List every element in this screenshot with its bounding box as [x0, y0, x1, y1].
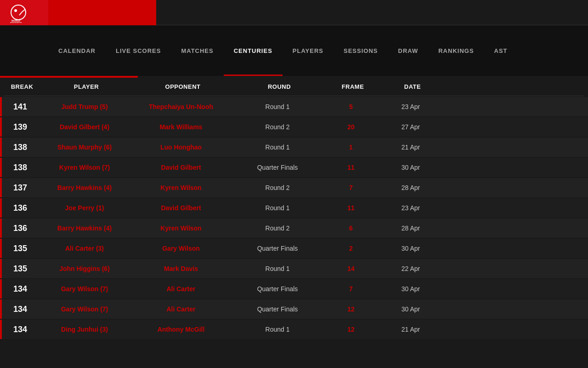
date-value: 30 Apr: [379, 301, 443, 317]
frame-value: 6: [323, 220, 379, 236]
date-value: 23 Apr: [379, 200, 443, 216]
frame-value: 5: [323, 98, 379, 115]
player-name[interactable]: Judd Trump (5): [39, 98, 130, 115]
break-value: 134: [2, 300, 39, 319]
break-value: 135: [2, 239, 39, 258]
opponent-name[interactable]: Thepchaiya Un-Nooh: [130, 98, 232, 115]
opponent-name[interactable]: Kyren Wilson: [130, 179, 232, 196]
nav-item-players[interactable]: PLAYERS: [283, 25, 334, 76]
table-body: 141Judd Trump (5)Thepchaiya Un-NoohRound…: [0, 97, 588, 339]
table-row: 137Barry Hawkins (4)Kyren WilsonRound 27…: [0, 178, 588, 197]
opponent-name[interactable]: Anthony McGill: [130, 321, 232, 338]
betfred-logo: [48, 0, 156, 25]
svg-text:SNOOKER: SNOOKER: [10, 22, 22, 23]
date-value: 30 Apr: [379, 240, 443, 257]
round-value: Round 1: [232, 260, 323, 277]
nav-item-live-scores[interactable]: LIVE SCORES: [106, 25, 171, 76]
frame-value: 14: [323, 260, 379, 277]
round-value: Quarter Finals: [232, 301, 323, 317]
table-row: 134Ding Junhui (3)Anthony McGillRound 11…: [0, 320, 588, 339]
date-value: 28 Apr: [379, 220, 443, 236]
table-row: 138Shaun Murphy (6)Luo HonghaoRound 1121…: [0, 138, 588, 157]
round-value: Round 2: [232, 220, 323, 236]
opponent-name[interactable]: David Gilbert: [130, 159, 232, 176]
break-value: 136: [2, 199, 39, 218]
opponent-name[interactable]: Ali Carter: [130, 281, 232, 297]
player-name[interactable]: John Higgins (6): [39, 260, 130, 277]
round-value: Round 1: [232, 321, 323, 338]
opponent-name[interactable]: Mark Williams: [130, 119, 232, 135]
player-name[interactable]: Gary Wilson (7): [39, 301, 130, 317]
opponent-name[interactable]: Kyren Wilson: [130, 220, 232, 236]
world-snooker-logo: WORLD SNOOKER: [0, 0, 48, 25]
player-name[interactable]: Barry Hawkins (4): [39, 179, 130, 196]
frame-value: 11: [323, 159, 379, 176]
table-header: BREAKPLAYEROPPONENTROUNDFRAMEDATE: [4, 78, 584, 96]
player-name[interactable]: Ding Junhui (3): [39, 321, 130, 338]
break-value: 134: [2, 320, 39, 339]
player-name[interactable]: Barry Hawkins (4): [39, 220, 130, 236]
table-row: 135Ali Carter (3)Gary WilsonQuarter Fina…: [0, 239, 588, 258]
opponent-name[interactable]: Ali Carter: [130, 301, 232, 317]
break-value: 138: [2, 138, 39, 157]
nav-item-ast[interactable]: AST: [484, 25, 518, 76]
break-value: 135: [2, 259, 39, 278]
break-value: 138: [2, 158, 39, 177]
opponent-name[interactable]: Mark Davis: [130, 260, 232, 277]
player-name[interactable]: David Gilbert (4): [39, 119, 130, 135]
frame-value: 12: [323, 301, 379, 317]
col-header-frame: FRAME: [325, 83, 380, 90]
round-value: Round 2: [232, 119, 323, 135]
break-value: 139: [2, 118, 39, 137]
centuries-table: BREAKPLAYEROPPONENTROUNDFRAMEDATE 141Jud…: [0, 78, 588, 339]
header: WORLD SNOOKER: [0, 0, 588, 25]
round-value: Quarter Finals: [232, 240, 323, 257]
date-value: 23 Apr: [379, 98, 443, 115]
player-name[interactable]: Joe Perry (1): [39, 200, 130, 216]
nav-item-draw[interactable]: DRAW: [388, 25, 429, 76]
date-value: 30 Apr: [379, 159, 443, 176]
svg-point-0: [11, 5, 26, 20]
date-value: 21 Apr: [379, 321, 443, 338]
table-row: 138Kyren Wilson (7)David GilbertQuarter …: [0, 158, 588, 177]
ws-logo-svg: WORLD SNOOKER: [9, 2, 39, 23]
date-value: 22 Apr: [379, 260, 443, 277]
table-row: 136Barry Hawkins (4)Kyren WilsonRound 26…: [0, 218, 588, 238]
date-value: 28 Apr: [379, 179, 443, 196]
col-header-break: BREAK: [4, 83, 40, 90]
round-value: Round 2: [232, 179, 323, 196]
frame-value: 7: [323, 281, 379, 297]
opponent-name[interactable]: David Gilbert: [130, 200, 232, 216]
nav-item-rankings[interactable]: RANKINGS: [428, 25, 484, 76]
player-name[interactable]: Gary Wilson (7): [39, 281, 130, 297]
round-value: Round 1: [232, 98, 323, 115]
player-name[interactable]: Shaun Murphy (6): [39, 139, 130, 155]
svg-point-1: [14, 9, 17, 12]
round-value: Quarter Finals: [232, 281, 323, 297]
date-value: 21 Apr: [379, 139, 443, 155]
table-row: 134Gary Wilson (7)Ali CarterQuarter Fina…: [0, 299, 588, 319]
col-header-player: PLAYER: [40, 83, 132, 90]
nav-item-matches[interactable]: MATCHES: [171, 25, 223, 76]
round-value: Round 1: [232, 200, 323, 216]
table-row: 136Joe Perry (1)David GilbertRound 11123…: [0, 198, 588, 218]
break-value: 141: [2, 98, 39, 116]
opponent-name[interactable]: Gary Wilson: [130, 240, 232, 257]
player-name[interactable]: Ali Carter (3): [39, 240, 130, 257]
date-value: 27 Apr: [379, 119, 443, 135]
round-value: Round 1: [232, 139, 323, 155]
round-value: Quarter Finals: [232, 159, 323, 176]
break-value: 134: [2, 280, 39, 299]
col-header-date: DATE: [380, 83, 445, 90]
nav-item-calendar[interactable]: CALENDAR: [48, 25, 106, 76]
frame-value: 11: [323, 200, 379, 216]
table-row: 134Gary Wilson (7)Ali CarterQuarter Fina…: [0, 279, 588, 299]
player-name[interactable]: Kyren Wilson (7): [39, 159, 130, 176]
nav-item-sessions[interactable]: SESSIONS: [334, 25, 388, 76]
table-row: 135John Higgins (6)Mark DavisRound 11422…: [0, 259, 588, 278]
opponent-name[interactable]: Luo Honghao: [130, 139, 232, 155]
nav-item-centuries[interactable]: CENTURIES: [224, 25, 283, 76]
logo-area: WORLD SNOOKER: [0, 0, 156, 25]
break-value: 137: [2, 178, 39, 197]
frame-value: 2: [323, 240, 379, 257]
